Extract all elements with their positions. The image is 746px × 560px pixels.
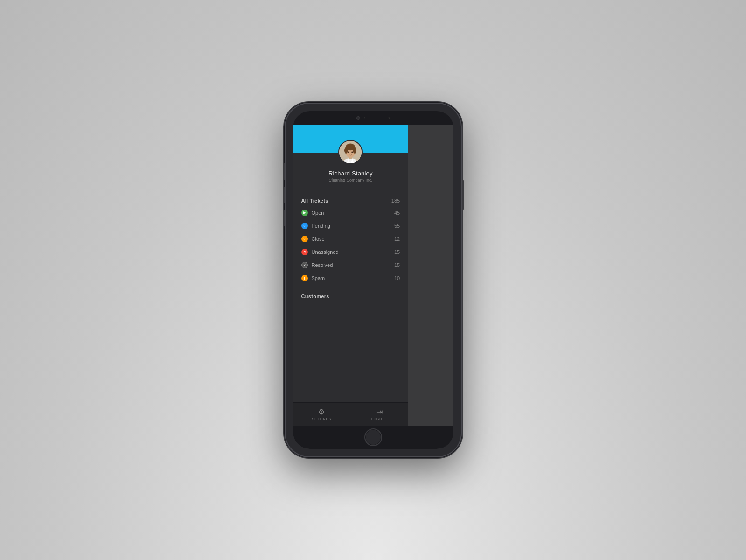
ticket-item-resolved[interactable]: ✓ Resolved 15	[293, 259, 409, 272]
logout-icon: ⇥	[376, 408, 383, 416]
phone-top-bar	[293, 111, 453, 125]
all-tickets-label: All Tickets	[301, 198, 328, 203]
svg-point-5	[344, 147, 348, 154]
svg-point-6	[353, 147, 356, 154]
logout-tab[interactable]: ⇥ LOGOUT	[350, 403, 408, 426]
ticket-item-open[interactable]: ▶ Open 45	[293, 206, 409, 219]
ticket-count-pending: 55	[394, 223, 400, 229]
phone-bottom-bar	[293, 426, 453, 449]
ticket-label-resolved: Resolved	[312, 262, 333, 268]
camera-dot	[356, 116, 360, 120]
ticket-left-resolved: ✓ Resolved	[301, 262, 333, 268]
phone-device: Richard Stanley Cleaning Company Inc. Al…	[285, 103, 462, 457]
status-dot-pending: ?	[301, 223, 308, 229]
ticket-item-unassigned[interactable]: ✕ Unassigned 15	[293, 245, 409, 259]
settings-tab[interactable]: ⚙ SETTINGS	[293, 403, 351, 426]
all-tickets-count: 185	[391, 198, 400, 203]
logout-tab-label: LOGOUT	[371, 417, 387, 420]
status-dot-unassigned: ✕	[301, 249, 308, 255]
ticket-item-pending[interactable]: ? Pending 55	[293, 219, 409, 232]
ticket-item-spam[interactable]: ! Spam 10	[293, 272, 409, 285]
ticket-count-close: 12	[394, 236, 400, 242]
ticket-count-resolved: 15	[394, 262, 400, 268]
speaker-grille	[364, 117, 390, 119]
divider-2	[293, 286, 409, 286]
ticket-count-open: 45	[394, 210, 400, 216]
ticket-label-open: Open	[312, 210, 324, 216]
all-tickets-header[interactable]: All Tickets 185	[293, 194, 409, 206]
gear-icon: ⚙	[318, 408, 325, 416]
ticket-label-unassigned: Unassigned	[312, 249, 339, 255]
profile-company: Cleaning Company Inc.	[293, 178, 409, 182]
ticket-count-spam: 10	[394, 275, 400, 281]
side-panel	[408, 125, 453, 426]
status-dot-close: ?	[301, 236, 308, 242]
ticket-label-pending: Pending	[312, 223, 330, 229]
settings-tab-label: SETTINGS	[312, 417, 331, 420]
ticket-label-spam: Spam	[312, 275, 325, 281]
ticket-left-close: ? Close	[301, 236, 325, 242]
ticket-left-pending: ? Pending	[301, 223, 330, 229]
avatar	[338, 140, 363, 164]
ticket-count-unassigned: 15	[394, 249, 400, 255]
home-button[interactable]	[364, 428, 382, 446]
status-dot-resolved: ✓	[301, 262, 308, 268]
status-dot-open: ▶	[301, 210, 308, 216]
phone-screen: Richard Stanley Cleaning Company Inc. Al…	[293, 111, 453, 449]
ticket-left-spam: ! Spam	[301, 275, 325, 281]
status-dot-spam: !	[301, 275, 308, 281]
profile-header	[293, 125, 409, 153]
svg-point-7	[348, 151, 349, 153]
ticket-label-close: Close	[312, 236, 325, 242]
app-panel: Richard Stanley Cleaning Company Inc. Al…	[293, 125, 409, 426]
tab-bar: ⚙ SETTINGS ⇥ LOGOUT	[293, 402, 409, 426]
svg-point-8	[352, 151, 353, 153]
ticket-item-close[interactable]: ? Close 12	[293, 232, 409, 245]
ticket-left-unassigned: ✕ Unassigned	[301, 249, 339, 255]
ticket-list: All Tickets 185 ▶ Open 45 ?	[293, 190, 409, 402]
customers-section[interactable]: Customers	[293, 287, 409, 303]
phone-content-area: Richard Stanley Cleaning Company Inc. Al…	[293, 125, 453, 426]
ticket-left-open: ▶ Open	[301, 210, 324, 216]
divider	[293, 189, 409, 189]
customers-label: Customers	[301, 294, 329, 299]
profile-name: Richard Stanley	[293, 170, 409, 177]
